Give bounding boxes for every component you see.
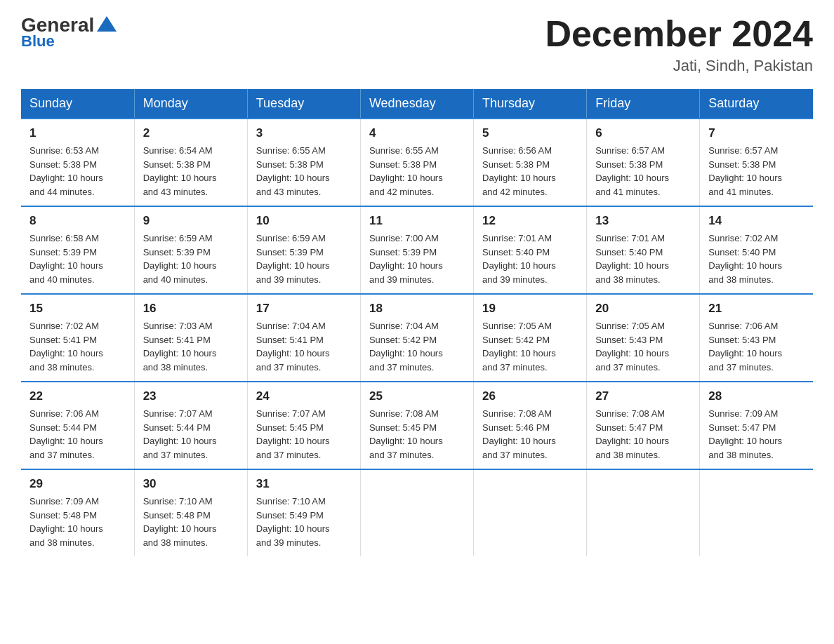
day-info: Sunrise: 7:06 AM Sunset: 5:44 PM Dayligh…	[29, 407, 126, 462]
day-number: 21	[708, 302, 805, 316]
day-info: Sunrise: 7:05 AM Sunset: 5:43 PM Dayligh…	[595, 319, 691, 374]
day-info: Sunrise: 7:10 AM Sunset: 5:49 PM Dayligh…	[256, 495, 352, 549]
calendar-week-row: 22 Sunrise: 7:06 AM Sunset: 5:44 PM Dayl…	[21, 382, 813, 469]
day-number: 2	[143, 126, 239, 140]
logo-triangle-icon	[97, 16, 117, 32]
title-section: December 2024 Jati, Sindh, Pakistan	[545, 14, 813, 75]
table-row: 7 Sunrise: 6:57 AM Sunset: 5:38 PM Dayli…	[700, 119, 813, 206]
table-row: 26 Sunrise: 7:08 AM Sunset: 5:46 PM Dayl…	[474, 382, 587, 469]
calendar-week-row: 8 Sunrise: 6:58 AM Sunset: 5:39 PM Dayli…	[21, 206, 813, 294]
table-row	[587, 469, 700, 556]
day-number: 15	[29, 302, 126, 316]
day-number: 23	[143, 389, 239, 403]
table-row: 13 Sunrise: 7:01 AM Sunset: 5:40 PM Dayl…	[587, 206, 700, 294]
calendar-table: Sunday Monday Tuesday Wednesday Thursday…	[21, 89, 813, 556]
day-info: Sunrise: 7:02 AM Sunset: 5:41 PM Dayligh…	[29, 319, 126, 374]
month-title: December 2024	[545, 14, 813, 54]
day-number: 22	[29, 389, 126, 403]
col-sunday: Sunday	[21, 89, 134, 119]
table-row: 5 Sunrise: 6:56 AM Sunset: 5:38 PM Dayli…	[474, 119, 587, 206]
day-info: Sunrise: 6:55 AM Sunset: 5:38 PM Dayligh…	[369, 144, 465, 199]
table-row: 21 Sunrise: 7:06 AM Sunset: 5:43 PM Dayl…	[700, 294, 813, 382]
day-info: Sunrise: 7:09 AM Sunset: 5:47 PM Dayligh…	[708, 407, 805, 462]
day-info: Sunrise: 7:06 AM Sunset: 5:43 PM Dayligh…	[708, 319, 805, 374]
table-row: 10 Sunrise: 6:59 AM Sunset: 5:39 PM Dayl…	[247, 206, 360, 294]
day-number: 20	[595, 302, 691, 316]
day-info: Sunrise: 6:54 AM Sunset: 5:38 PM Dayligh…	[143, 144, 239, 199]
table-row: 12 Sunrise: 7:01 AM Sunset: 5:40 PM Dayl…	[474, 206, 587, 294]
day-number: 29	[29, 477, 126, 491]
table-row: 19 Sunrise: 7:05 AM Sunset: 5:42 PM Dayl…	[474, 294, 587, 382]
day-info: Sunrise: 6:59 AM Sunset: 5:39 PM Dayligh…	[256, 232, 352, 286]
day-info: Sunrise: 6:57 AM Sunset: 5:38 PM Dayligh…	[595, 144, 691, 199]
day-info: Sunrise: 6:57 AM Sunset: 5:38 PM Dayligh…	[708, 144, 805, 199]
day-number: 25	[369, 389, 465, 403]
day-number: 14	[708, 214, 805, 228]
day-info: Sunrise: 7:10 AM Sunset: 5:48 PM Dayligh…	[143, 495, 239, 549]
table-row	[700, 469, 813, 556]
day-number: 6	[595, 126, 691, 140]
day-number: 4	[369, 126, 465, 140]
table-row: 20 Sunrise: 7:05 AM Sunset: 5:43 PM Dayl…	[587, 294, 700, 382]
day-number: 7	[708, 126, 805, 140]
logo-blue-text: Blue	[21, 32, 55, 51]
table-row: 6 Sunrise: 6:57 AM Sunset: 5:38 PM Dayli…	[587, 119, 700, 206]
table-row: 23 Sunrise: 7:07 AM Sunset: 5:44 PM Dayl…	[134, 382, 247, 469]
day-info: Sunrise: 6:59 AM Sunset: 5:39 PM Dayligh…	[143, 232, 239, 286]
day-number: 11	[369, 214, 465, 228]
day-number: 18	[369, 302, 465, 316]
day-number: 17	[256, 302, 352, 316]
table-row	[474, 469, 587, 556]
day-number: 31	[256, 477, 352, 491]
table-row: 3 Sunrise: 6:55 AM Sunset: 5:38 PM Dayli…	[247, 119, 360, 206]
day-info: Sunrise: 6:56 AM Sunset: 5:38 PM Dayligh…	[482, 144, 578, 199]
table-row: 14 Sunrise: 7:02 AM Sunset: 5:40 PM Dayl…	[700, 206, 813, 294]
day-info: Sunrise: 7:05 AM Sunset: 5:42 PM Dayligh…	[482, 319, 578, 374]
col-thursday: Thursday	[474, 89, 587, 119]
col-friday: Friday	[587, 89, 700, 119]
day-number: 1	[29, 126, 126, 140]
table-row: 2 Sunrise: 6:54 AM Sunset: 5:38 PM Dayli…	[134, 119, 247, 206]
day-info: Sunrise: 7:04 AM Sunset: 5:42 PM Dayligh…	[369, 319, 465, 374]
day-info: Sunrise: 7:04 AM Sunset: 5:41 PM Dayligh…	[256, 319, 352, 374]
calendar-header-row: Sunday Monday Tuesday Wednesday Thursday…	[21, 89, 813, 119]
table-row: 15 Sunrise: 7:02 AM Sunset: 5:41 PM Dayl…	[21, 294, 134, 382]
col-monday: Monday	[134, 89, 247, 119]
table-row: 16 Sunrise: 7:03 AM Sunset: 5:41 PM Dayl…	[134, 294, 247, 382]
logo: General Blue	[21, 14, 119, 51]
table-row	[360, 469, 473, 556]
day-info: Sunrise: 7:00 AM Sunset: 5:39 PM Dayligh…	[369, 232, 465, 286]
calendar-week-row: 1 Sunrise: 6:53 AM Sunset: 5:38 PM Dayli…	[21, 119, 813, 206]
day-number: 13	[595, 214, 691, 228]
day-info: Sunrise: 7:01 AM Sunset: 5:40 PM Dayligh…	[482, 232, 578, 286]
table-row: 29 Sunrise: 7:09 AM Sunset: 5:48 PM Dayl…	[21, 469, 134, 556]
table-row: 18 Sunrise: 7:04 AM Sunset: 5:42 PM Dayl…	[360, 294, 473, 382]
day-number: 9	[143, 214, 239, 228]
table-row: 22 Sunrise: 7:06 AM Sunset: 5:44 PM Dayl…	[21, 382, 134, 469]
day-info: Sunrise: 6:55 AM Sunset: 5:38 PM Dayligh…	[256, 144, 352, 199]
table-row: 17 Sunrise: 7:04 AM Sunset: 5:41 PM Dayl…	[247, 294, 360, 382]
day-info: Sunrise: 6:53 AM Sunset: 5:38 PM Dayligh…	[29, 144, 126, 199]
table-row: 30 Sunrise: 7:10 AM Sunset: 5:48 PM Dayl…	[134, 469, 247, 556]
day-number: 12	[482, 214, 578, 228]
table-row: 28 Sunrise: 7:09 AM Sunset: 5:47 PM Dayl…	[700, 382, 813, 469]
table-row: 8 Sunrise: 6:58 AM Sunset: 5:39 PM Dayli…	[21, 206, 134, 294]
day-info: Sunrise: 7:08 AM Sunset: 5:45 PM Dayligh…	[369, 407, 465, 462]
day-info: Sunrise: 7:03 AM Sunset: 5:41 PM Dayligh…	[143, 319, 239, 374]
day-info: Sunrise: 6:58 AM Sunset: 5:39 PM Dayligh…	[29, 232, 126, 286]
table-row: 31 Sunrise: 7:10 AM Sunset: 5:49 PM Dayl…	[247, 469, 360, 556]
day-number: 24	[256, 389, 352, 403]
page-header: General Blue December 2024 Jati, Sindh, …	[21, 14, 813, 75]
col-saturday: Saturday	[700, 89, 813, 119]
col-wednesday: Wednesday	[360, 89, 473, 119]
day-info: Sunrise: 7:07 AM Sunset: 5:45 PM Dayligh…	[256, 407, 352, 462]
day-number: 26	[482, 389, 578, 403]
table-row: 11 Sunrise: 7:00 AM Sunset: 5:39 PM Dayl…	[360, 206, 473, 294]
day-number: 27	[595, 389, 691, 403]
day-info: Sunrise: 7:08 AM Sunset: 5:46 PM Dayligh…	[482, 407, 578, 462]
calendar-week-row: 29 Sunrise: 7:09 AM Sunset: 5:48 PM Dayl…	[21, 469, 813, 556]
day-info: Sunrise: 7:01 AM Sunset: 5:40 PM Dayligh…	[595, 232, 691, 286]
day-number: 19	[482, 302, 578, 316]
day-number: 3	[256, 126, 352, 140]
table-row: 24 Sunrise: 7:07 AM Sunset: 5:45 PM Dayl…	[247, 382, 360, 469]
